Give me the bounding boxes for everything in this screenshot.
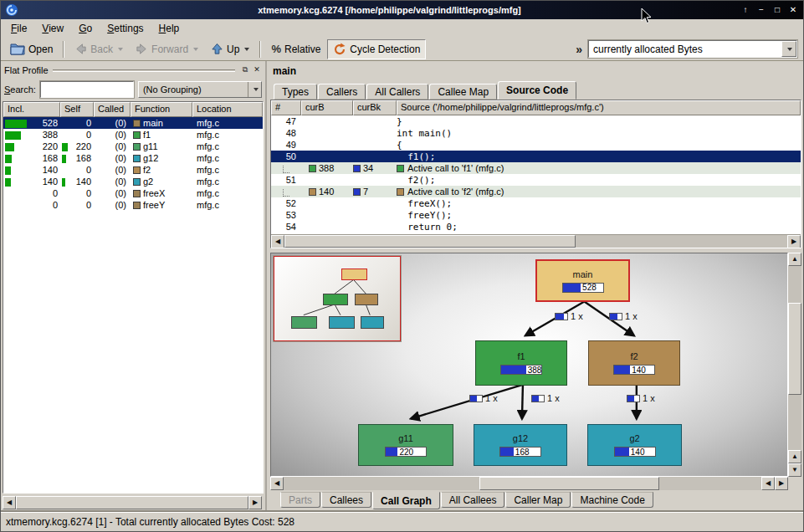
menu-file[interactable]: File: [3, 20, 34, 37]
function-cell: main: [131, 118, 192, 128]
source-line[interactable]: 49 {: [271, 139, 801, 151]
tab-caller-map[interactable]: Caller Map: [505, 492, 571, 508]
back-button[interactable]: Back: [69, 39, 129, 59]
graph-node-g2[interactable]: g2 140: [587, 424, 682, 466]
tab-all-callees[interactable]: All Callees: [441, 492, 505, 508]
scroll-left-button[interactable]: ◀: [270, 477, 284, 490]
scroll-left-button[interactable]: ◀: [761, 477, 775, 490]
edge-count: 1 x: [485, 393, 498, 403]
grouping-dropdown-button[interactable]: [248, 82, 261, 97]
menu-go[interactable]: Go: [71, 20, 100, 37]
grouping-select[interactable]: (No Grouping): [138, 81, 262, 98]
graph-node-g12[interactable]: g12 168: [474, 424, 567, 466]
line-number: 53: [271, 210, 301, 220]
scrollbar-thumb[interactable]: [16, 496, 248, 509]
tab-all-callers[interactable]: All Callers: [366, 84, 428, 100]
overview-viewport-rect[interactable]: [274, 256, 401, 341]
flat-profile-hscrollbar[interactable]: ◀ ▶: [3, 496, 262, 509]
table-row-freeY[interactable]: 0 0 (0) freeY mfg.c: [3, 199, 263, 211]
open-button[interactable]: Open: [4, 39, 59, 59]
call-line-f2[interactable]: 140 7 Active call to 'f2' (mfg.c): [271, 186, 801, 197]
incl-cell: 388: [3, 130, 60, 140]
source-hscrollbar[interactable]: ◀ ▶: [271, 234, 801, 248]
column-header-line[interactable]: #: [271, 100, 301, 115]
scrollbar-thumb[interactable]: [479, 477, 659, 490]
call-line-f1[interactable]: 388 34 Active call to 'f1' (mfg.c): [271, 162, 801, 174]
table-row-f1[interactable]: 388 0 (0) f1 mfg.c: [3, 129, 263, 141]
menu-settings[interactable]: Settings: [100, 20, 151, 37]
relative-toggle-button[interactable]: % Relative: [265, 39, 326, 59]
tab-types[interactable]: Types: [274, 84, 317, 100]
table-row-g11[interactable]: 220 220 (0) g11 mfg.c: [3, 141, 263, 152]
column-header-self[interactable]: Self: [60, 102, 94, 117]
scroll-right-button[interactable]: ▶: [248, 496, 262, 509]
menu-help[interactable]: Help: [151, 20, 187, 37]
tab-parts[interactable]: Parts: [280, 492, 320, 508]
menu-view[interactable]: View: [34, 20, 71, 37]
scroll-down-button[interactable]: ▼: [788, 463, 801, 477]
cycle-detection-toggle-button[interactable]: Cycle Detection: [327, 39, 426, 59]
curB-cell: 140: [301, 187, 353, 197]
source-line[interactable]: 54 return 0;: [271, 221, 801, 233]
source-line[interactable]: 53 freeY();: [271, 209, 801, 221]
event-type-select[interactable]: currently allocated Bytes: [588, 40, 797, 58]
source-line[interactable]: 51 f2();: [271, 174, 801, 186]
toolbar-overflow-button[interactable]: »: [571, 43, 587, 56]
dock-close-button[interactable]: ✕: [251, 64, 263, 76]
dock-float-button[interactable]: ⧉: [239, 64, 251, 76]
tab-callers[interactable]: Callers: [318, 84, 366, 100]
source-line[interactable]: 47 }: [271, 115, 801, 127]
graph-node-f2[interactable]: f2 140: [588, 340, 680, 386]
scroll-right-button[interactable]: ▶: [775, 477, 788, 490]
graph-node-g11[interactable]: g11 220: [358, 424, 453, 466]
scroll-up-button[interactable]: ▲: [788, 450, 801, 463]
minimize-button[interactable]: −: [755, 3, 768, 17]
incl-cell: 140: [3, 165, 60, 175]
forward-button[interactable]: Forward: [130, 39, 204, 59]
table-row-freeX[interactable]: 0 0 (0) freeX mfg.c: [3, 187, 263, 199]
source-line[interactable]: 52 freeX();: [271, 197, 801, 209]
column-header-source[interactable]: Source ('/home/philippe/valgrind/littlep…: [397, 100, 801, 115]
column-header-location[interactable]: Location: [192, 102, 263, 117]
source-line[interactable]: 48 int main(): [271, 127, 801, 139]
node-label: g12: [513, 433, 528, 443]
maximize-button[interactable]: □: [771, 3, 784, 17]
scroll-up-button[interactable]: ▲: [788, 253, 801, 266]
graph-vscrollbar[interactable]: ▲ ▲ ▼: [788, 253, 801, 477]
tab-callees[interactable]: Callees: [321, 492, 371, 508]
graph-node-f1[interactable]: f1 388: [475, 340, 567, 386]
shade-button[interactable]: ↑: [739, 3, 752, 17]
up-button[interactable]: Up: [205, 39, 255, 59]
graph-overview[interactable]: [273, 255, 402, 342]
column-header-function[interactable]: Function: [131, 102, 192, 117]
tab-call-graph[interactable]: Call Graph: [372, 492, 440, 509]
tab-callee-map[interactable]: Callee Map: [429, 84, 497, 100]
table-row-g12[interactable]: 168 168 (0) g12 mfg.c: [3, 152, 263, 164]
scroll-right-button[interactable]: ▶: [787, 235, 801, 248]
block-count-icon: [353, 188, 361, 196]
search-input[interactable]: [40, 81, 134, 98]
graph-hscrollbar[interactable]: ◀ ◀ ▶: [270, 477, 788, 490]
scroll-left-button[interactable]: ◀: [271, 235, 284, 248]
function-color-icon: [133, 190, 141, 197]
column-header-curBk[interactable]: curBk: [353, 100, 397, 115]
tab-machine-code[interactable]: Machine Code: [571, 492, 653, 508]
event-type-dropdown-button[interactable]: [781, 41, 796, 57]
dock-header[interactable]: Flat Profile ⧉ ✕: [1, 61, 265, 78]
titlebar[interactable]: xtmemory.kcg.6274 [/home/philippe/valgri…: [1, 1, 803, 19]
table-row-f2[interactable]: 140 0 (0) f2 mfg.c: [3, 164, 263, 176]
graph-node-main[interactable]: main 528: [535, 259, 630, 302]
source-line-selected[interactable]: 50 f1();: [271, 151, 801, 162]
column-header-called[interactable]: Called: [94, 102, 131, 117]
call-graph-canvas[interactable]: main 528 f1 388 f2 140 g11 220: [270, 253, 788, 477]
scrollbar-thumb[interactable]: [284, 235, 576, 248]
scroll-left-button[interactable]: ◀: [3, 496, 16, 509]
table-row-main[interactable]: 528 0 (0) main mfg.c: [3, 117, 263, 129]
table-row-g2[interactable]: 140 140 (0) g2 mfg.c: [3, 176, 263, 187]
column-header-incl[interactable]: Incl.: [3, 102, 60, 117]
scrollbar-thumb[interactable]: [788, 303, 801, 395]
tab-source-code[interactable]: Source Code: [498, 81, 576, 100]
column-header-curB[interactable]: curB: [301, 100, 353, 115]
called-cell: (0): [94, 165, 131, 175]
close-button[interactable]: ✕: [786, 3, 800, 17]
